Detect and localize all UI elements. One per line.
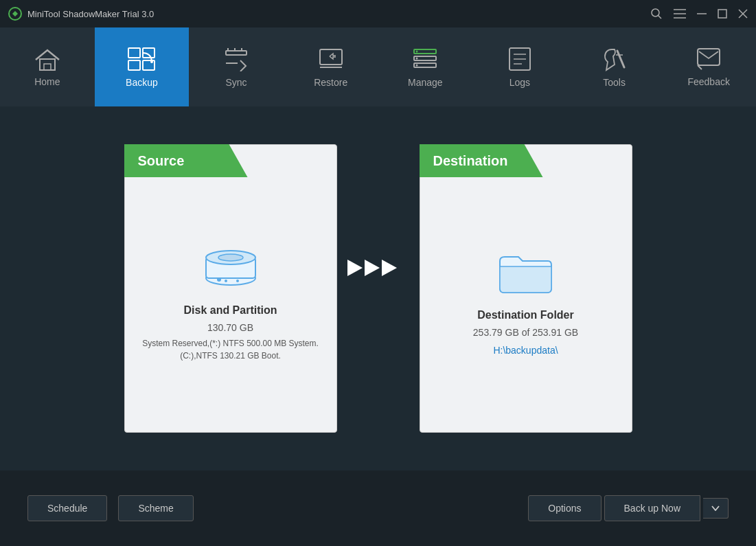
manage-icon	[413, 47, 437, 71]
logs-label: Logs	[509, 77, 530, 88]
destination-card-wrapper: Destination Destination Folder 253.79 GB…	[420, 144, 632, 433]
tools-label: Tools	[603, 77, 626, 88]
menu-icon[interactable]	[674, 9, 686, 19]
source-header-bg: Source	[124, 144, 248, 177]
nav-item-logs[interactable]: Logs	[472, 27, 567, 106]
svg-point-41	[218, 254, 243, 261]
destination-card-title: Destination Folder	[477, 309, 573, 321]
destination-card-size: 253.79 GB of 253.91 GB	[473, 327, 578, 338]
nav-item-tools[interactable]: Tools	[567, 27, 662, 106]
minimize-icon[interactable]	[697, 13, 707, 14]
restore-label: Restore	[314, 77, 347, 88]
svg-rect-11	[44, 64, 51, 70]
svg-marker-45	[347, 260, 363, 276]
svg-rect-12	[128, 48, 140, 58]
svg-rect-7	[718, 10, 726, 18]
svg-rect-14	[128, 60, 140, 70]
bottom-left-buttons: Schedule Scheme	[27, 495, 194, 521]
main-content: Source Disk and Partition	[0, 106, 756, 470]
nav-item-feedback[interactable]: Feedback	[661, 27, 756, 106]
svg-point-1	[652, 9, 659, 16]
destination-header-label: Destination	[433, 153, 508, 169]
close-icon[interactable]	[738, 9, 748, 19]
svg-point-27	[416, 50, 418, 52]
backup-now-dropdown-button[interactable]	[703, 498, 729, 519]
svg-rect-10	[40, 59, 55, 70]
svg-point-44	[236, 280, 239, 282]
options-button[interactable]: Options	[528, 495, 601, 521]
disk-icon	[200, 242, 262, 291]
bottom-bar: Schedule Scheme Options Back up Now	[0, 470, 756, 546]
nav-item-home[interactable]: Home	[0, 27, 95, 106]
titlebar-controls	[650, 8, 748, 20]
source-card[interactable]: Source Disk and Partition	[124, 144, 337, 433]
svg-point-42	[217, 277, 221, 282]
logs-icon	[508, 47, 531, 71]
svg-rect-36	[698, 49, 720, 65]
home-icon	[34, 47, 60, 71]
bottom-right-buttons: Options Back up Now	[528, 495, 729, 521]
app-logo-icon	[8, 7, 22, 21]
home-label: Home	[34, 76, 60, 87]
destination-card-header: Destination	[420, 144, 632, 177]
svg-line-34	[617, 51, 624, 67]
app-title: MiniTool ShadowMaker Trial 3.0	[27, 9, 154, 19]
nav-item-restore[interactable]: Restore	[284, 27, 378, 106]
nav-item-sync[interactable]: Sync	[189, 27, 284, 106]
svg-point-43	[225, 280, 227, 282]
arrow-section	[337, 254, 420, 323]
backup-label: Backup	[126, 77, 158, 88]
svg-point-29	[416, 64, 418, 66]
feedback-label: Feedback	[687, 76, 729, 87]
maximize-icon[interactable]	[718, 9, 727, 19]
navbar: Home Backup Sync	[0, 27, 756, 106]
sync-icon	[224, 47, 249, 71]
source-card-header: Source	[124, 144, 336, 177]
source-icon-area	[200, 242, 262, 291]
search-icon[interactable]	[650, 8, 663, 20]
schedule-button[interactable]: Schedule	[27, 495, 107, 521]
svg-point-28	[416, 57, 418, 59]
destination-card-path: H:\backupdata\	[493, 345, 558, 356]
source-card-detail: System Reserved,(*:) NTFS 500.00 MB Syst…	[142, 337, 319, 362]
source-header-label: Source	[138, 153, 185, 169]
forward-arrow-icon	[347, 254, 409, 282]
destination-header-bg: Destination	[420, 144, 543, 177]
restore-icon	[318, 47, 344, 71]
svg-rect-17	[226, 51, 247, 55]
source-card-content: Disk and Partition 130.70 GB System Rese…	[128, 172, 332, 432]
nav-item-manage[interactable]: Manage	[378, 27, 473, 106]
source-card-size: 130.70 GB	[207, 322, 253, 333]
destination-card[interactable]: Destination Destination Folder 253.79 GB…	[420, 144, 632, 433]
source-card-title: Disk and Partition	[183, 304, 277, 317]
nav-item-backup[interactable]: Backup	[95, 27, 190, 106]
backup-now-button[interactable]: Back up Now	[604, 495, 700, 521]
titlebar: MiniTool ShadowMaker Trial 3.0	[0, 0, 756, 27]
destination-card-content: Destination Folder 253.79 GB of 253.91 G…	[459, 172, 592, 432]
svg-line-2	[658, 16, 662, 19]
svg-marker-46	[365, 260, 380, 276]
svg-marker-47	[382, 260, 397, 276]
folder-icon	[496, 249, 555, 295]
scheme-button[interactable]: Scheme	[118, 495, 193, 521]
destination-icon-area	[496, 249, 555, 295]
sync-label: Sync	[226, 77, 247, 88]
feedback-icon	[696, 47, 721, 71]
svg-point-16	[150, 60, 153, 63]
tools-icon	[602, 47, 627, 71]
chevron-down-icon	[711, 505, 720, 511]
titlebar-left: MiniTool ShadowMaker Trial 3.0	[8, 7, 154, 21]
manage-label: Manage	[408, 77, 443, 88]
source-card-wrapper: Source Disk and Partition	[124, 144, 337, 433]
backup-icon	[127, 47, 156, 71]
